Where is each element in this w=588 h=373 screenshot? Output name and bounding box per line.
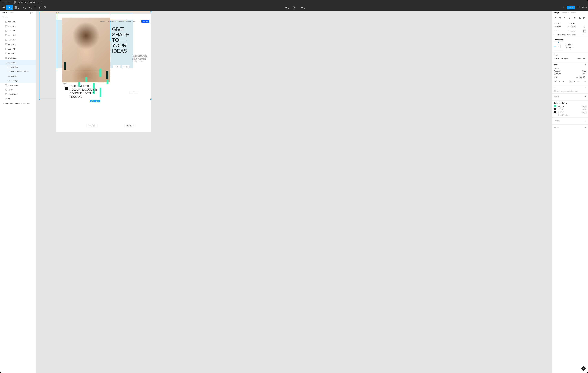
h-input[interactable]: Mixed	[571, 26, 575, 28]
tab-design[interactable]: Design	[554, 12, 559, 14]
font-weight[interactable]: Regular ▾	[554, 70, 580, 72]
missing-fonts-icon[interactable]: ?	[561, 5, 566, 10]
main-menu-button[interactable]	[1, 5, 6, 10]
layer-row[interactable]: global footer	[0, 92, 36, 96]
layer-row[interactable]: section01	[0, 51, 36, 56]
y-input[interactable]: Mixed	[571, 22, 575, 24]
align-right-icon[interactable]	[563, 16, 567, 20]
share-button[interactable]: Share	[567, 6, 575, 9]
text-align-right-icon[interactable]	[561, 80, 565, 83]
layer-row[interactable]: section08	[0, 20, 36, 24]
zoom-control[interactable]: 56%	[582, 7, 587, 9]
more-options-icon[interactable]: ⋯	[583, 33, 586, 35]
align-bottom-icon[interactable]	[578, 16, 581, 20]
boolean-tool[interactable]	[299, 5, 305, 10]
letter-spacing[interactable]: 0%	[583, 73, 586, 75]
layer-row[interactable]: loading	[0, 87, 36, 92]
see-all-colors[interactable]: See all 7 colors	[558, 114, 586, 116]
present-button[interactable]	[576, 5, 581, 10]
constrain-proportions-icon[interactable]	[583, 25, 586, 28]
more-options-icon[interactable]: ⋯	[584, 81, 586, 83]
layer-row[interactable]: section02	[0, 47, 36, 51]
text-align-bottom-icon[interactable]	[576, 80, 580, 83]
layer-row[interactable]: hero image & animation	[0, 69, 36, 74]
layer-row[interactable]: wire	[0, 15, 36, 20]
help-button[interactable]: ?	[581, 366, 586, 371]
paragraph-spacing[interactable]: 0	[556, 76, 557, 78]
selection-color-row[interactable]: 3DEEB7100%	[554, 105, 586, 107]
close-tab-icon[interactable]: ×	[38, 1, 39, 3]
pen-tool[interactable]	[26, 5, 33, 10]
hand-tool[interactable]	[37, 5, 42, 10]
figma-logo-icon[interactable]	[14, 1, 16, 4]
selection-color-row[interactable]: 221E1E100%	[554, 108, 586, 110]
layer-row[interactable]: Rectangle	[0, 78, 36, 83]
traffic-light-close[interactable]	[2, 1, 4, 3]
text-auto-width-icon[interactable]	[575, 75, 579, 79]
line-height[interactable]: Mixed	[556, 73, 561, 75]
radius-input[interactable]: Mixed	[571, 30, 575, 32]
layer-row[interactable]: arrow area	[0, 56, 36, 60]
opacity-input[interactable]: 100%	[577, 58, 581, 60]
link-card[interactable]: LINK TO 01	[87, 124, 97, 127]
layer-row[interactable]: section07	[0, 24, 36, 29]
align-hcenter-icon[interactable]	[558, 16, 562, 20]
link-card[interactable]: LINK TO 02	[125, 124, 135, 127]
layer-row[interactable]: section03	[0, 42, 36, 47]
blend-mode[interactable]: Pass Through ▾	[554, 58, 575, 60]
x-input[interactable]: Mixed	[556, 22, 561, 24]
text-align-top-icon[interactable]	[569, 80, 572, 83]
constraint-horizontal[interactable]: Left ▾	[566, 44, 572, 46]
selection-color-row[interactable]: 101010100%	[554, 111, 586, 113]
layer-row[interactable]: hero area	[0, 60, 36, 65]
text-align-center-icon[interactable]	[558, 80, 561, 83]
align-vcenter-icon[interactable]	[573, 16, 577, 20]
page-selector[interactable]: Page 1	[28, 12, 34, 14]
layer-row[interactable]: section05	[0, 33, 36, 38]
add-export-icon[interactable]: +	[585, 126, 586, 129]
file-tab[interactable]: 2020 Advent Calender ×	[18, 1, 39, 3]
add-effect-icon[interactable]: +	[585, 119, 586, 122]
align-top-icon[interactable]	[568, 16, 572, 20]
tab-prototype[interactable]: Prototype	[561, 12, 568, 14]
rotation-input[interactable]: 0°	[556, 30, 558, 32]
visibility-icon[interactable]	[583, 57, 586, 60]
text-align-left-icon[interactable]	[554, 80, 557, 83]
tab-inspect[interactable]: Inspect	[571, 12, 576, 14]
layer-row[interactable]: bg	[0, 96, 36, 101]
comment-tool[interactable]	[42, 5, 47, 10]
svg-rect-10	[5, 35, 7, 36]
tab-layers[interactable]: Layers	[2, 12, 7, 14]
font-size[interactable]: Mixed	[581, 70, 586, 72]
layer-row[interactable]: hero texts	[0, 65, 36, 69]
frame-tool[interactable]	[13, 5, 19, 10]
constraint-vertical[interactable]: Top ▾	[566, 47, 572, 49]
new-tab-button[interactable]: +	[41, 1, 42, 3]
traffic-light-zoom[interactable]	[8, 1, 10, 3]
layer-row[interactable]: section06	[0, 29, 36, 33]
independent-corners-icon[interactable]	[583, 29, 586, 33]
align-left-icon[interactable]	[553, 16, 557, 20]
w-input[interactable]: Mixed	[556, 26, 561, 28]
text-style-icon[interactable]: ⠿	[584, 64, 586, 66]
mask-tool[interactable]	[292, 5, 296, 10]
font-family[interactable]: Roboto	[554, 67, 586, 69]
layer-row[interactable]: https://adventar.org/calendars/5169	[0, 101, 36, 106]
distribute-icon[interactable]: ▾	[583, 16, 587, 20]
shape-tool[interactable]	[19, 5, 26, 10]
component-tool[interactable]	[283, 5, 289, 10]
move-tool[interactable]	[6, 5, 13, 10]
text-fixed-icon[interactable]	[583, 75, 586, 79]
canvas[interactable]: wire Solutions Human Solutions Industrie…	[36, 11, 552, 373]
traffic-light-minimize[interactable]	[5, 1, 7, 3]
tab-assets[interactable]: Assets	[9, 12, 14, 14]
layer-row[interactable]: global header	[0, 83, 36, 87]
add-stroke-icon[interactable]: +	[585, 95, 586, 98]
layer-row[interactable]: hero bg	[0, 74, 36, 78]
layer-row[interactable]: section04	[0, 38, 36, 42]
constraints-widget[interactable]: +	[554, 42, 563, 51]
text-tool[interactable]	[33, 5, 37, 10]
text-align-middle-icon[interactable]	[573, 80, 576, 83]
add-fill-icon[interactable]: +	[585, 86, 586, 89]
text-auto-height-icon[interactable]	[579, 75, 582, 79]
